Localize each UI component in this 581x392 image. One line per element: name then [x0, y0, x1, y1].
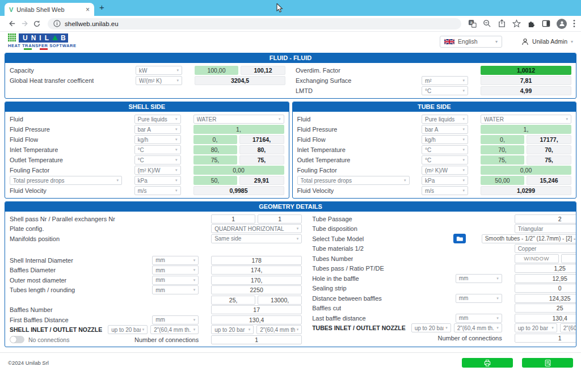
unit-select[interactable]: m/s▾ [422, 186, 468, 195]
unit-select[interactable]: mm▾ [152, 276, 199, 285]
star-icon[interactable] [512, 19, 521, 28]
address-bar[interactable]: shellweb.unilab.eu [48, 18, 461, 29]
browser-tab[interactable]: V Unilab Shell Web × [5, 3, 94, 16]
unit-select[interactable]: Pure liquids▾ [422, 115, 468, 124]
editable-input-field[interactable]: 0,00 [193, 166, 284, 175]
value-select[interactable]: Same side▾ [211, 234, 302, 243]
unit-select[interactable]: kg/h▾ [422, 135, 468, 144]
value-input[interactable]: 174, [211, 265, 302, 275]
value-select[interactable]: WATER▾ [481, 115, 571, 124]
value-select[interactable]: Triangular▾ [515, 224, 576, 233]
editable-input-field[interactable]: 70, [481, 145, 524, 154]
unit-select[interactable]: kW▾ [136, 66, 182, 75]
side-panel-icon[interactable] [542, 19, 550, 28]
unit-select[interactable]: °C▾ [134, 155, 181, 165]
value-input[interactable]: 87 [561, 254, 576, 263]
editable-input-field[interactable]: 1, [193, 125, 284, 134]
unit-select[interactable]: bar A▾ [134, 125, 181, 134]
unit-select[interactable]: mm▾ [152, 265, 199, 275]
new-tab-button[interactable]: + [99, 2, 104, 12]
unit-select[interactable]: mm▾ [152, 315, 199, 324]
editable-input-field[interactable]: 50,00 [481, 176, 524, 185]
value-input[interactable]: 12,95 [515, 274, 576, 283]
value-input[interactable]: 1,25 [515, 264, 576, 273]
unit-select[interactable]: kg/h▾ [134, 135, 181, 144]
editable-input-field[interactable]: 0, [193, 135, 237, 144]
unit-select[interactable]: Pure liquids▾ [134, 115, 181, 124]
kebab-menu-icon[interactable] [573, 19, 575, 28]
value-select[interactable]: up to 20 bar▾ [108, 325, 148, 334]
forward-arrow-icon[interactable] [18, 18, 31, 30]
translate-icon[interactable]: a [468, 19, 477, 28]
value-select[interactable]: 2"(60,4 mm th. 3,9r▾ [454, 323, 502, 332]
value-select[interactable]: WATER▾ [193, 115, 284, 124]
value-select[interactable]: 2"(60,4 mm th. 3,9r▾ [560, 323, 576, 332]
unit-select[interactable]: °C▾ [134, 145, 181, 154]
unit-select[interactable]: (m² K)/W▾ [422, 166, 468, 175]
share-icon[interactable] [498, 19, 506, 28]
unit-select[interactable]: mm▾ [152, 285, 199, 294]
unit-select[interactable]: mm▾ [456, 294, 502, 303]
no-connections-toggle[interactable] [10, 336, 24, 343]
value-input[interactable]: 2 [515, 214, 576, 224]
editable-input-field[interactable]: 75, [193, 155, 237, 165]
user-menu[interactable]: Unilab Admin ▾ [521, 38, 573, 45]
row-type-select[interactable]: Total pressure drops▾ [297, 176, 410, 185]
editable-input-field[interactable]: 80, [193, 145, 237, 154]
value-select[interactable]: up to 20 bar▾ [411, 323, 451, 332]
back-arrow-icon[interactable] [6, 18, 18, 30]
unit-select[interactable]: °C▾ [422, 155, 468, 165]
value-select[interactable]: QUADRANT HORIZONTAL▾ [211, 224, 302, 233]
reload-icon[interactable] [31, 18, 43, 30]
unit-select[interactable]: m/s▾ [134, 186, 181, 195]
editable-input-field[interactable]: 0, [481, 135, 524, 144]
value-select[interactable]: up to 20 bar▾ [211, 325, 254, 334]
tube-model-select[interactable]: Smooth tubes - 1/2" (12.7mm) - [2] - BWG… [482, 234, 576, 243]
row-type-select[interactable]: Total pressure drops▾ [10, 176, 122, 185]
profile-avatar-icon[interactable] [557, 19, 567, 29]
value-input[interactable]: 13000, [258, 296, 302, 305]
editable-input-field[interactable]: 0,00 [481, 166, 571, 175]
value-input[interactable]: 1 [211, 214, 255, 224]
unit-select[interactable]: mm▾ [456, 314, 502, 323]
unit-select[interactable]: W/(m² K)▾ [136, 76, 182, 85]
value-input[interactable]: 178 [211, 256, 302, 265]
value-input[interactable]: 1 [211, 335, 302, 344]
value-input[interactable]: WINDOW [515, 254, 559, 263]
value-input[interactable]: 130,4 [211, 315, 302, 324]
unit-select[interactable]: °C▾ [422, 145, 468, 154]
value-select[interactable]: 2"(60,4 mm th. 3,9r▾ [256, 325, 302, 334]
value-select[interactable]: Copper▾ [515, 244, 576, 253]
close-tab-icon[interactable]: × [86, 6, 90, 14]
unit-select[interactable]: (m² K)/W▾ [134, 166, 181, 175]
unit-select[interactable]: kPa▾ [134, 176, 181, 185]
open-tube-model-button[interactable] [453, 234, 466, 243]
editable-input-field[interactable]: 1, [481, 125, 571, 134]
report-button[interactable] [522, 358, 573, 368]
value-input[interactable]: 1 [515, 334, 576, 343]
value-select[interactable]: up to 20 bar▾ [515, 323, 557, 332]
unit-select[interactable]: bar A▾ [422, 125, 468, 134]
extensions-puzzle-icon[interactable] [527, 19, 536, 28]
value-input[interactable]: 17 [211, 305, 302, 314]
value-select[interactable]: 2"(60,4 mm th. 3,9r▾ [150, 325, 199, 334]
unit-select[interactable]: mm▾ [152, 256, 199, 265]
unit-select[interactable]: °C▾ [422, 86, 468, 95]
zoom-out-icon[interactable] [483, 19, 491, 28]
value-input[interactable]: 25, [211, 296, 255, 305]
value-input[interactable]: 1 [258, 214, 302, 224]
unit-select[interactable]: m²▾ [422, 76, 468, 85]
value-input[interactable]: 25 [515, 304, 576, 313]
editable-input-field[interactable]: 100,00 [195, 66, 238, 75]
value-input[interactable]: 2250 [211, 285, 302, 294]
print-button[interactable] [462, 358, 513, 368]
unit-select[interactable]: kPa▾ [422, 176, 468, 185]
value-input[interactable]: 170, [211, 276, 302, 285]
value-input[interactable]: 0 [515, 284, 576, 293]
editable-input-field[interactable]: 50, [193, 176, 237, 185]
language-select[interactable]: English ▾ [440, 36, 502, 48]
value-input[interactable]: 130,4 [515, 314, 576, 323]
value-input[interactable]: 124,325 [515, 294, 576, 303]
editable-input-field[interactable]: 75, [481, 155, 524, 165]
unit-select[interactable]: mm▾ [456, 274, 502, 283]
